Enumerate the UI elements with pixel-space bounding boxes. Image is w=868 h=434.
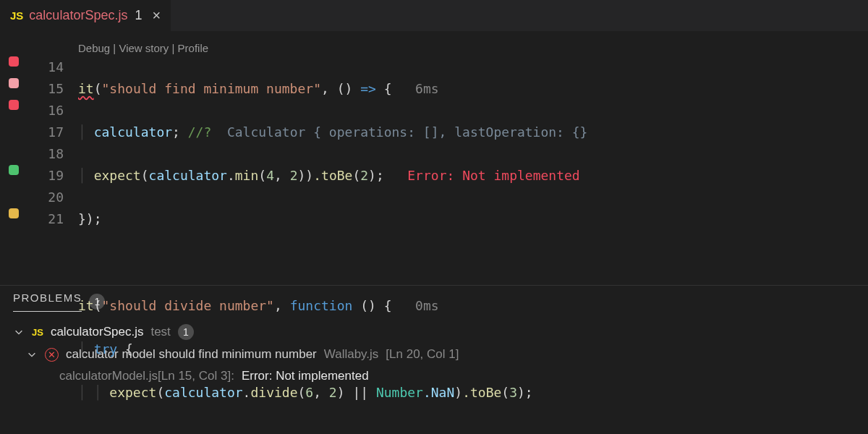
tk-function: it [78,81,94,96]
tab-problems[interactable]: PROBLEMS [13,292,82,312]
close-icon[interactable]: × [152,7,161,24]
test-indicator-none [9,143,19,153]
tk-arrow: => [360,81,376,96]
tk-dot: . [227,168,235,183]
test-status-gutter [0,35,27,285]
line-number: 19 [27,165,64,187]
tk-paren: ); [517,385,533,400]
tk-comma: , [274,168,290,183]
line-number: 17 [27,122,64,143]
test-indicator-partial[interactable] [9,78,19,88]
js-file-icon: JS [32,327,43,338]
chevron-down-icon[interactable] [13,327,25,337]
line-number: 18 [27,143,64,165]
line-number: 16 [27,100,64,122]
tk-number: 3 [509,385,517,400]
tk-paren: ( [141,168,149,183]
tk-method: .toBe [462,385,501,400]
code-line[interactable]: }); [78,208,587,230]
code-area[interactable]: Debug | View story | Profile it("should … [64,35,587,285]
tk-number: 2 [329,385,337,400]
codelens-view-story[interactable]: View story [119,42,169,54]
editor[interactable]: 14 15 16 17 18 19 20 21 Debug | View sto… [0,32,868,285]
tk-paren: ) [454,385,462,400]
line-number: 20 [27,187,64,208]
test-indicator-skip[interactable] [9,208,19,218]
inline-timing: 0ms [415,298,439,313]
code-line[interactable] [78,252,587,273]
codelens-sep: | [110,42,119,54]
test-indicator-none [9,187,19,197]
tk-comment: //? [180,124,211,140]
code-line[interactable]: it("should find minimum number", () => {… [78,78,587,100]
tk-property: .NaN [423,385,454,400]
tk-function: it [78,298,94,313]
codelens-debug[interactable]: Debug [78,42,110,54]
tk-function: expect [94,168,141,183]
test-indicator-fail[interactable] [9,56,19,67]
codelens-profile[interactable]: Profile [178,42,209,54]
line-number: 21 [27,208,64,230]
chevron-down-icon[interactable] [26,349,38,359]
tk-paren: ( [352,168,360,183]
code-line[interactable]: it("should divide number", function () {… [78,295,587,317]
tk-operator: || [345,385,376,400]
code-line[interactable]: │ expect(calculator.min(4, 2)).toBe(2); … [78,165,587,187]
tab-dirty-indicator: 1 [135,8,142,23]
tk-number: 4 [266,168,274,183]
editor-tab[interactable]: JS calculatorSpec.js 1 × [0,0,171,31]
tk-number: 2 [360,168,368,183]
test-indicator-fail[interactable] [9,100,19,110]
tk-identifier: calculator [149,168,227,183]
tk-string: "should divide number" [102,298,274,313]
tk-identifier: calculator [94,124,172,140]
tk-paren: () { [360,298,391,313]
codelens: Debug | View story | Profile [78,38,208,59]
tk-paren: ( [156,385,164,400]
tk-comma: , [313,385,329,400]
tk-function: expect [109,385,156,400]
code-line[interactable]: │ calculator; //? Calculator { operation… [78,122,587,143]
tk-paren: ( [297,385,305,400]
inline-error: Error: Not implemented [407,168,579,183]
tk-string: "should find minimum number" [102,81,321,96]
test-indicator-none [9,122,19,132]
tk-paren: ( [501,385,509,400]
code-line[interactable]: │ │ expect(calculator.divide(6, 2) || Nu… [78,382,587,404]
tk-number: 2 [290,168,298,183]
line-number-gutter: 14 15 16 17 18 19 20 21 [27,35,64,285]
line-number: 14 [27,56,64,78]
tk-paren: )) [298,168,314,183]
tk-dot: . [243,385,251,400]
tk-brace: { [376,81,392,96]
tk-keyword: function [290,298,361,313]
inline-timing: 6ms [415,81,439,96]
tk-type: Number [376,385,423,400]
tk-paren: () [337,81,361,96]
test-indicator-pass[interactable] [9,165,19,175]
tk-keyword: try [94,341,118,357]
tk-brace: { [117,341,133,357]
js-file-icon: JS [10,9,23,22]
code-line[interactable]: │ try { [78,339,587,360]
error-icon: ✕ [45,348,59,362]
tk-method: .toBe [313,168,352,183]
tab-bar: JS calculatorSpec.js 1 × [0,0,868,32]
tk-semi: ; [172,124,180,140]
tk-paren: ); [368,168,384,183]
tk-method: divide [250,385,297,400]
tk-number: 6 [305,385,313,400]
codelens-sep: | [169,42,177,54]
tk-brace: }); [78,211,102,226]
tk-identifier: calculator [164,385,242,400]
tk-paren: ( [258,168,266,183]
tk-method: min [235,168,259,183]
tk-paren: ) [337,385,345,400]
inline-value: Calculator { operations: [], lastOperati… [211,124,587,140]
code-lines[interactable]: it("should find minimum number", () => {… [78,35,587,434]
line-number: 15 [27,78,64,100]
tab-filename: calculatorSpec.js [29,8,127,23]
